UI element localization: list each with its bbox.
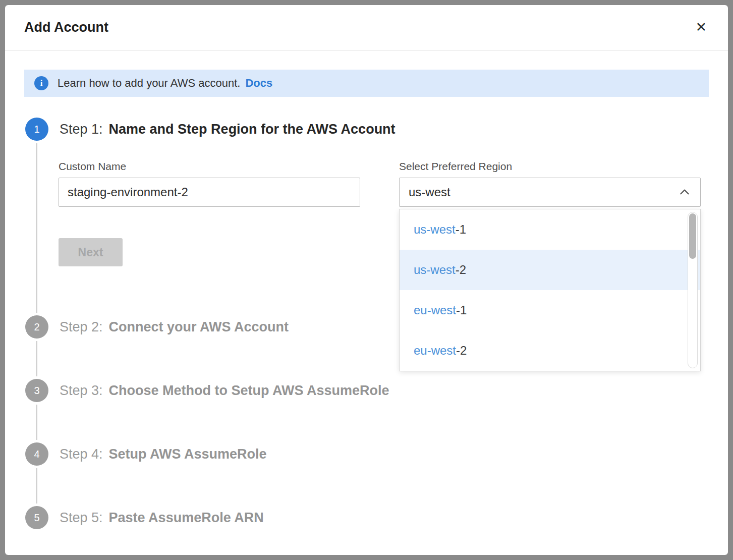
region-select[interactable]: us-west (399, 178, 701, 207)
option-suffix-text: -2 (456, 344, 467, 358)
region-option-us-west-1[interactable]: us-west-1 (400, 209, 700, 250)
next-button[interactable]: Next (59, 238, 123, 266)
step-4-label: Step 4: (60, 446, 103, 462)
step-4-indicator: 4 (25, 442, 48, 466)
step-3-header: 3 Step 3: Choose Method to Setup AWS Ass… (25, 379, 709, 402)
close-icon: ✕ (695, 20, 707, 35)
option-match-text: eu-west (414, 303, 456, 317)
region-field-group: Select Preferred Region us-west us-west-… (399, 160, 701, 207)
step-3-connector (36, 405, 709, 440)
banner-text: Learn how to add your AWS account. (58, 77, 240, 90)
info-icon: i (34, 76, 48, 90)
step-3-title: Step 3: Choose Method to Setup AWS Assum… (60, 383, 389, 399)
step-4: 4 Step 4: Setup AWS AssumeRole (25, 442, 709, 503)
region-select-value: us-west (409, 185, 450, 199)
custom-name-label: Custom Name (59, 160, 360, 173)
step-1-form: Custom Name Select Preferred Region us-w… (59, 160, 709, 207)
step-5-title: Step 5: Paste AssumeRole ARN (60, 510, 264, 526)
option-suffix-text: -2 (456, 263, 466, 277)
custom-name-field-group: Custom Name (59, 160, 360, 207)
region-label: Select Preferred Region (399, 160, 701, 173)
dropdown-scrollbar-thumb[interactable] (689, 213, 696, 259)
screen-background: Add Account ✕ i Learn how to add your AW… (0, 0, 733, 560)
step-2-label: Step 2: (60, 319, 103, 335)
dropdown-scrollbar[interactable] (688, 212, 698, 368)
region-option-eu-west-1[interactable]: eu-west-1 (400, 290, 700, 330)
step-5-label: Step 5: (60, 510, 103, 526)
close-button[interactable]: ✕ (692, 18, 710, 37)
step-4-connector (36, 468, 709, 503)
step-5-header: 5 Step 5: Paste AssumeRole ARN (25, 506, 709, 529)
step-5-indicator: 5 (25, 506, 48, 529)
step-1-label: Step 1: (60, 122, 103, 137)
step-1-name: Name and Step Region for the AWS Account (109, 122, 396, 137)
step-2-title: Step 2: Connect your AWS Account (60, 319, 289, 335)
step-1-title: Step 1: Name and Step Region for the AWS… (60, 122, 396, 137)
step-4-header: 4 Step 4: Setup AWS AssumeRole (25, 442, 709, 466)
region-dropdown: us-west-1 us-west-2 eu-west-1 eu-west-2 (399, 209, 701, 371)
option-match-text: eu-west (414, 344, 456, 358)
add-account-modal: Add Account ✕ i Learn how to add your AW… (5, 5, 728, 555)
step-4-title: Step 4: Setup AWS AssumeRole (60, 446, 267, 462)
step-1-header: 1 Step 1: Name and Step Region for the A… (25, 118, 709, 141)
docs-link[interactable]: Docs (245, 77, 272, 90)
step-5: 5 Step 5: Paste AssumeRole ARN (25, 506, 709, 529)
step-3-label: Step 3: (60, 383, 103, 399)
step-1: 1 Step 1: Name and Step Region for the A… (25, 118, 709, 313)
option-suffix-text: -1 (456, 303, 467, 317)
option-suffix-text: -1 (456, 222, 466, 237)
chevron-up-icon (678, 186, 691, 199)
region-option-eu-west-2[interactable]: eu-west-2 (400, 330, 700, 371)
step-3-name: Choose Method to Setup AWS AssumeRole (109, 383, 389, 399)
step-2-name: Connect your AWS Account (109, 319, 289, 335)
step-2-indicator: 2 (25, 315, 48, 339)
step-4-name: Setup AWS AssumeRole (109, 446, 267, 462)
step-3: 3 Step 3: Choose Method to Setup AWS Ass… (25, 379, 709, 440)
step-5-name: Paste AssumeRole ARN (109, 510, 264, 526)
region-option-us-west-2[interactable]: us-west-2 (400, 250, 700, 290)
step-1-indicator: 1 (25, 118, 48, 141)
modal-title: Add Account (24, 20, 108, 35)
info-banner: i Learn how to add your AWS account. Doc… (24, 70, 709, 97)
option-match-text: us-west (414, 222, 456, 237)
step-3-indicator: 3 (25, 379, 48, 402)
steps-list: 1 Step 1: Name and Step Region for the A… (25, 118, 709, 529)
custom-name-input[interactable] (59, 178, 360, 207)
modal-header: Add Account ✕ (5, 5, 728, 50)
option-match-text: us-west (414, 263, 456, 277)
step-1-body: Custom Name Select Preferred Region us-w… (36, 143, 709, 313)
